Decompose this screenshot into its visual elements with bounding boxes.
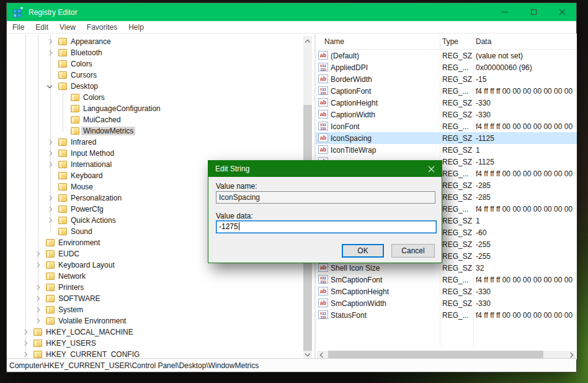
- key-folder-icon: [58, 217, 67, 224]
- tree-item-colors[interactable]: Colors: [7, 58, 303, 70]
- value-type: REG_SZ: [442, 299, 473, 308]
- tree-item-system[interactable]: System: [7, 304, 303, 315]
- expand-arrow-icon[interactable]: [47, 50, 52, 55]
- value-row-shell-icon-size[interactable]: abShell Icon SizeREG_SZ32: [316, 262, 577, 274]
- value-row-captionheight[interactable]: abCaptionHeightREG_SZ-330: [316, 97, 577, 109]
- tree-item-languageconfiguration[interactable]: LanguageConfiguration: [7, 103, 303, 114]
- expand-arrow-icon[interactable]: [47, 207, 52, 212]
- value-row-smcaptionwidth[interactable]: abSmCaptionWidthREG_SZ-330: [316, 297, 577, 309]
- tree-item-infrared[interactable]: Infrared: [7, 137, 303, 148]
- string-value-icon: ab: [318, 287, 328, 295]
- column-header-data[interactable]: Data: [476, 34, 491, 50]
- expand-arrow-icon[interactable]: [35, 251, 40, 256]
- value-name: CaptionWidth: [331, 110, 437, 119]
- string-value-icon: ab: [318, 51, 328, 60]
- cancel-button[interactable]: Cancel: [391, 244, 435, 258]
- value-row-captionwidth[interactable]: abCaptionWidthREG_SZ-330: [316, 109, 577, 120]
- key-folder-icon: [46, 317, 55, 325]
- key-folder-icon: [71, 116, 79, 124]
- expand-arrow-icon[interactable]: [35, 285, 40, 290]
- value-row-iconfont[interactable]: 011110IconFontREG_...f4 ff ff ff 00 00 0…: [316, 120, 577, 132]
- value-row-captionfont[interactable]: 011110CaptionFontREG_...f4 ff ff ff 00 0…: [316, 85, 577, 97]
- tree-item-input-method[interactable]: Input Method: [7, 148, 303, 159]
- expand-arrow-icon[interactable]: [47, 39, 52, 44]
- key-folder-icon: [58, 49, 67, 56]
- key-folder-icon: [58, 150, 67, 157]
- key-folder-icon: [58, 60, 67, 68]
- value-data: -1125: [476, 134, 575, 143]
- value-row-icontitlewrap[interactable]: abIconTitleWrapREG_SZ1: [316, 144, 577, 156]
- menu-item-help[interactable]: Help: [123, 22, 149, 33]
- menu-item-edit[interactable]: Edit: [30, 22, 54, 33]
- value-type: REG_SZ: [442, 240, 473, 249]
- minimize-icon: [502, 12, 508, 12]
- tree-item-label: HKEY_CURRENT_CONFIG: [44, 350, 141, 359]
- value-type: REG_SZ: [442, 287, 473, 296]
- key-folder-icon: [71, 94, 79, 101]
- expand-arrow-icon[interactable]: [35, 263, 40, 268]
- expand-arrow-icon[interactable]: [47, 140, 52, 145]
- key-folder-icon: [46, 273, 55, 280]
- expand-arrow-icon[interactable]: [22, 341, 27, 346]
- dialog-close-button[interactable]: [421, 161, 442, 177]
- maximize-button[interactable]: [519, 3, 548, 21]
- expand-arrow-icon[interactable]: [35, 318, 40, 323]
- tree-item-colors[interactable]: Colors: [7, 92, 303, 103]
- value-row-smcaptionfont[interactable]: 011110SmCaptionFontREG_...f4 ff ff ff 00…: [316, 274, 577, 286]
- tree-item-printers[interactable]: Printers: [7, 282, 303, 293]
- scroll-up-button[interactable]: [303, 36, 312, 46]
- tree-item-desktop[interactable]: Desktop: [7, 81, 303, 92]
- value-name-field: IconSpacing: [216, 191, 435, 204]
- binary-value-icon: 011110: [318, 86, 328, 95]
- expand-arrow-icon[interactable]: [35, 307, 40, 312]
- value-row-smcaptionheight[interactable]: abSmCaptionHeightREG_SZ-330: [316, 286, 577, 297]
- expand-arrow-icon[interactable]: [47, 151, 52, 156]
- tree-item-label: HKEY_USERS: [44, 339, 98, 348]
- expand-arrow-icon[interactable]: [35, 296, 40, 301]
- value-row-borderwidth[interactable]: abBorderWidthREG_SZ-15: [316, 73, 577, 85]
- minimize-button[interactable]: [491, 3, 519, 21]
- column-header-name[interactable]: Name: [324, 34, 344, 50]
- value-type: REG_SZ: [442, 52, 473, 60]
- tree-item-volatile-environment[interactable]: Volatile Environment: [7, 315, 303, 327]
- tree-item-hkey-users[interactable]: HKEY_USERS: [7, 338, 303, 349]
- tree-item-network[interactable]: Network: [7, 271, 303, 282]
- value-name-text: IconSpacing: [219, 193, 260, 202]
- value-row-default[interactable]: ab(Default)REG_SZ(value not set): [316, 50, 577, 61]
- value-row-statusfont[interactable]: 011110StatusFontREG_...f4 ff ff ff 00 00…: [316, 309, 577, 321]
- value-data-input[interactable]: -1275: [216, 220, 437, 233]
- status-bar: Computer\HKEY_CURRENT_USER\Control Panel…: [7, 358, 576, 372]
- tree-item-muicached[interactable]: MuiCached: [7, 114, 303, 125]
- title-bar: Registry Editor: [7, 3, 576, 21]
- key-folder-icon: [33, 328, 42, 336]
- menu-item-favorites[interactable]: Favorites: [81, 22, 123, 33]
- expand-arrow-icon[interactable]: [47, 196, 52, 201]
- expand-arrow-icon[interactable]: [47, 218, 52, 223]
- tree-item-appearance[interactable]: Appearance: [7, 36, 303, 47]
- chevron-up-icon: [305, 39, 310, 44]
- tree-item-cursors[interactable]: Cursors: [7, 70, 303, 81]
- expand-arrow-icon[interactable]: [22, 352, 27, 357]
- value-row-iconspacing[interactable]: abIconSpacingREG_SZ-1125: [316, 132, 577, 144]
- expand-arrow-icon[interactable]: [22, 330, 27, 335]
- menu-item-file[interactable]: File: [7, 22, 30, 33]
- value-data: 0x00000060 (96): [476, 63, 575, 72]
- close-icon: [559, 9, 566, 16]
- tree-item-label: Network: [56, 272, 87, 281]
- tree-item-label: Input Method: [69, 149, 116, 158]
- tree-item-hkey-local-machine[interactable]: HKEY_LOCAL_MACHINE: [7, 327, 303, 338]
- ok-button[interactable]: OK: [342, 244, 384, 258]
- tree-item-label: Cursors: [69, 71, 99, 79]
- value-row-applieddpi[interactable]: 011110AppliedDPIREG_...0x00000060 (96): [316, 61, 577, 73]
- column-header-type[interactable]: Type: [442, 34, 458, 50]
- tree-item-bluetooth[interactable]: Bluetooth: [7, 47, 303, 58]
- tree-item-software[interactable]: SOFTWARE: [7, 293, 303, 304]
- value-data: -330: [476, 99, 575, 107]
- value-type: REG_SZ: [442, 193, 473, 202]
- close-button[interactable]: [548, 3, 576, 21]
- value-data: f4 ff ff ff 00 00 00 00 00 00 00 00 00: [476, 169, 575, 178]
- tree-item-windowmetrics[interactable]: WindowMetrics: [7, 125, 303, 137]
- expand-arrow-icon[interactable]: [47, 162, 52, 167]
- menu-item-view[interactable]: View: [54, 22, 81, 33]
- collapse-arrow-icon[interactable]: [47, 83, 52, 88]
